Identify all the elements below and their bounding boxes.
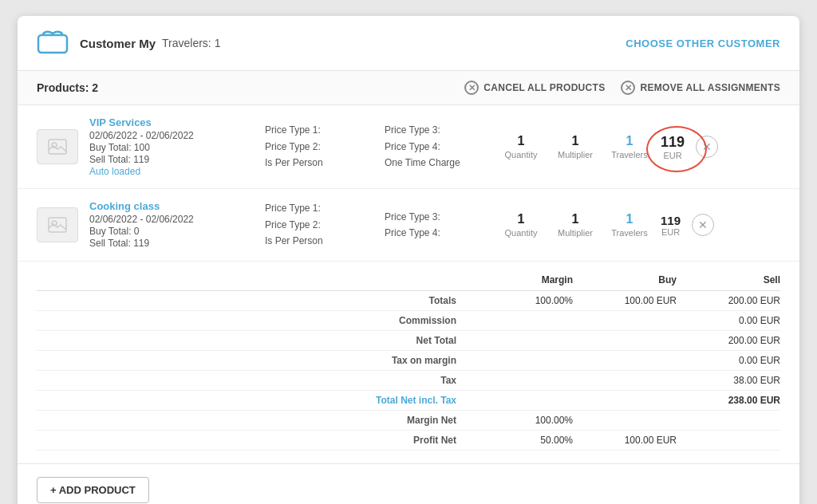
product-thumbnail-1 xyxy=(37,129,78,164)
price-type-left-2-row-1: Price Type 1: xyxy=(265,200,369,216)
qty-section-1: 1 Quantity 1 Multiplier 1 Travelers xyxy=(501,134,649,159)
totals-header-sell: Sell xyxy=(677,274,780,285)
product-auto-1[interactable]: Auto loaded xyxy=(89,166,249,177)
totals-margin-tax-margin xyxy=(469,355,573,366)
totals-margin-net-total xyxy=(469,335,573,346)
product-sell-2: Sell Total: 119 xyxy=(89,238,249,249)
travelers-label-1: Travelers xyxy=(611,150,647,159)
price-type-left-2-row-2: Price Type 2: xyxy=(265,217,369,233)
totals-sell-tax: 38.00 EUR xyxy=(677,375,780,386)
totals-buy-commission xyxy=(573,315,677,326)
totals-row-profit-net: Profit Net 50.00% 100.00 EUR xyxy=(37,431,780,451)
totals-margin-profit-net: 50.00% xyxy=(469,435,573,446)
multiplier-value-1: 1 xyxy=(572,134,579,148)
cancel-all-products-button[interactable]: ✕ CANCEL ALL PRODUCTS xyxy=(464,81,605,95)
totals-sell-margin-net xyxy=(677,415,780,426)
totals-buy-tax xyxy=(573,375,677,386)
price-type-left-1-row-3: Is Per Person xyxy=(265,155,369,171)
totals-label-profit-net: Profit Net xyxy=(37,435,469,446)
totals-margin-total-net-tax xyxy=(469,395,573,406)
remove-all-label: REMOVE ALL ASSIGNMENTS xyxy=(640,82,780,93)
totals-buy-totals: 100.00 EUR xyxy=(573,295,677,306)
totals-sell-profit-net xyxy=(677,435,780,446)
choose-customer-button[interactable]: CHOOSE OTHER CUSTOMER xyxy=(626,37,780,49)
multiplier-value-2: 1 xyxy=(572,212,579,226)
totals-sell-net-total: 200.00 EUR xyxy=(677,335,780,346)
price-type-right-2: Price Type 3: Price Type 4: xyxy=(385,209,488,242)
price-type-right-1-row-2: Price Type 4: xyxy=(385,139,488,155)
multiplier-item-1: 1 Multiplier xyxy=(555,134,595,159)
price-plain-2: 119 EUR xyxy=(661,214,681,237)
add-product-button[interactable]: + ADD PRODUCT xyxy=(37,477,149,503)
svg-rect-1 xyxy=(49,140,66,154)
product-buy-2: Buy Total: 0 xyxy=(89,226,249,237)
brand-logo xyxy=(37,30,69,56)
price-type-left-1-row-2: Price Type 2: xyxy=(265,139,369,155)
quantity-label-1: Quantity xyxy=(505,150,538,159)
price-type-right-1-row-3: One Time Charge xyxy=(385,155,488,171)
totals-row-net-total: Net Total 200.00 EUR xyxy=(37,331,780,351)
totals-label-tax: Tax xyxy=(37,375,469,386)
totals-row-tax: Tax 38.00 EUR xyxy=(37,371,780,391)
price-type-left-1-row-1: Price Type 1: xyxy=(265,122,369,138)
product-info-1: VIP Services 02/06/2022 - 02/06/2022 Buy… xyxy=(89,116,249,177)
product-name-2[interactable]: Cooking class xyxy=(89,200,249,212)
price-type-left-2: Price Type 1: Price Type 2: Is Per Perso… xyxy=(265,200,369,249)
travelers-value-2: 1 xyxy=(626,212,633,226)
cancel-all-label: CANCEL ALL PRODUCTS xyxy=(483,82,605,93)
price-value-2: 119 xyxy=(661,214,681,227)
price-type-right-1-row-1: Price Type 3: xyxy=(385,122,488,138)
price-value-1: 119 xyxy=(661,134,685,151)
product-dates-2: 02/06/2022 - 02/06/2022 xyxy=(89,214,249,225)
quantity-value-1: 1 xyxy=(518,134,525,148)
svg-rect-3 xyxy=(49,218,66,232)
travelers-value-1: 1 xyxy=(626,134,633,148)
products-count: Products: 2 xyxy=(37,81,98,94)
price-type-right-1: Price Type 3: Price Type 4: One Time Cha… xyxy=(385,122,488,171)
price-type-right-2-row-1: Price Type 3: xyxy=(385,209,488,225)
quantity-item-2: 1 Quantity xyxy=(501,212,541,238)
price-type-left-2-row-3: Is Per Person xyxy=(265,233,369,249)
totals-sell-commission: 0.00 EUR xyxy=(677,315,780,326)
add-product-label: + ADD PRODUCT xyxy=(50,484,136,496)
product-buy-1: Buy Total: 100 xyxy=(89,142,249,153)
multiplier-label-1: Multiplier xyxy=(558,150,593,159)
product-row-2: Cooking class 02/06/2022 - 02/06/2022 Bu… xyxy=(18,189,799,262)
main-card: Customer My Travelers: 1 CHOOSE OTHER CU… xyxy=(18,16,799,504)
cancel-x-icon: ✕ xyxy=(464,81,479,95)
travelers-label-2: Travelers xyxy=(611,228,647,238)
remove-all-assignments-button[interactable]: ✕ REMOVE ALL ASSIGNMENTS xyxy=(621,81,780,95)
totals-label-net-total: Net Total xyxy=(37,335,469,346)
price-highlight-1: 119 EUR xyxy=(661,134,685,160)
travelers-item-2: 1 Travelers xyxy=(610,212,649,238)
totals-margin-margin-net: 100.00% xyxy=(469,415,573,426)
remove-product-1-button[interactable]: ✕ xyxy=(696,136,718,158)
totals-buy-profit-net: 100.00 EUR xyxy=(573,435,677,446)
qty-section-2: 1 Quantity 1 Multiplier 1 Travelers xyxy=(501,212,649,238)
totals-sell-total-net-tax: 238.00 EUR xyxy=(677,395,780,406)
product-thumbnail-2 xyxy=(37,207,78,242)
totals-label-total-net-tax: Total Net incl. Tax xyxy=(37,395,469,406)
product-name-1[interactable]: VIP Services xyxy=(89,116,249,128)
remove-product-2-button[interactable]: ✕ xyxy=(692,214,714,236)
totals-label-commission: Commission xyxy=(37,315,469,326)
price-currency-2: EUR xyxy=(661,227,680,237)
product-dates-1: 02/06/2022 - 02/06/2022 xyxy=(89,130,249,141)
totals-row-commission: Commission 0.00 EUR xyxy=(37,311,780,331)
product-sell-1: Sell Total: 119 xyxy=(89,154,249,165)
totals-buy-margin-net xyxy=(573,415,677,426)
multiplier-label-2: Multiplier xyxy=(558,228,593,238)
totals-header-row: Margin Buy Sell xyxy=(37,270,780,291)
totals-buy-tax-margin xyxy=(573,355,677,366)
header-section: Customer My Travelers: 1 CHOOSE OTHER CU… xyxy=(18,16,799,71)
product-row-1: VIP Services 02/06/2022 - 02/06/2022 Buy… xyxy=(18,105,799,189)
totals-buy-total-net-tax xyxy=(573,395,677,406)
quantity-label-2: Quantity xyxy=(505,228,538,238)
totals-sell-tax-margin: 0.00 EUR xyxy=(677,355,780,366)
totals-margin-tax xyxy=(469,375,573,386)
price-type-left-1: Price Type 1: Price Type 2: Is Per Perso… xyxy=(265,122,369,171)
price-currency-1: EUR xyxy=(661,151,685,160)
customer-name: Customer My xyxy=(80,37,156,50)
totals-row-margin-net: Margin Net 100.00% xyxy=(37,411,780,431)
totals-margin-commission xyxy=(469,315,573,326)
